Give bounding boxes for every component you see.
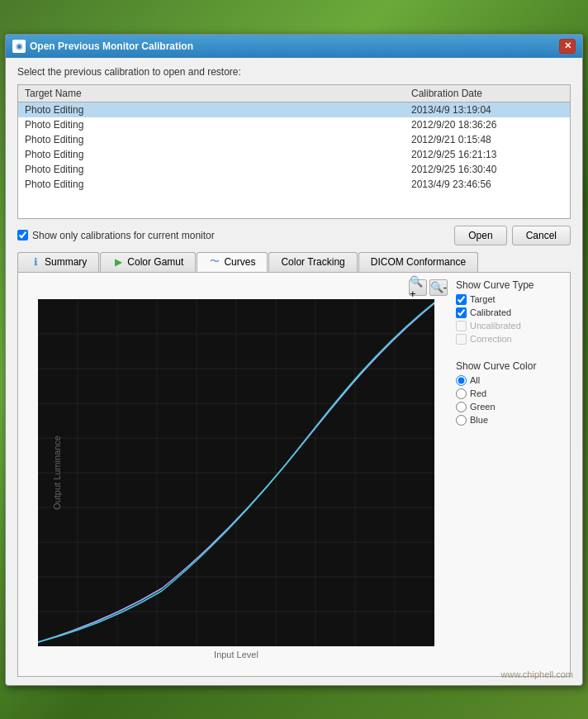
- color-all: All: [456, 375, 563, 386]
- color-blue-radio[interactable]: [456, 415, 467, 426]
- calibration-table: Target Name Calibration Date Photo Editi…: [17, 84, 571, 219]
- calibrated-label: Calibrated: [470, 307, 511, 317]
- cell-name: Photo Editing: [18, 132, 405, 147]
- y-axis-label: Output Luminance: [52, 436, 62, 510]
- open-button[interactable]: Open: [454, 226, 506, 245]
- cell-date: 2013/4/9 23:46:56: [405, 177, 570, 192]
- curve-type-section: Show Curve Type Target Calibrated Uncali…: [456, 279, 563, 347]
- cell-date: 2012/9/25 16:30:40: [405, 162, 570, 177]
- table-row[interactable]: Photo Editing 2012/9/25 16:30:40: [18, 162, 570, 177]
- target-label: Target: [470, 294, 496, 304]
- cell-name: Photo Editing: [18, 162, 405, 177]
- tab-curves[interactable]: 〜 Curves: [197, 252, 268, 272]
- window-icon: ◉: [12, 40, 26, 53]
- curve-color-section: Show Curve Color All Red Green: [456, 360, 563, 428]
- right-panel: Show Curve Type Target Calibrated Uncali…: [456, 279, 563, 669]
- col-header-name: Target Name: [18, 85, 405, 102]
- show-only-checkbox[interactable]: [17, 230, 28, 240]
- triangle-icon: ▶: [112, 256, 124, 268]
- tab-color-tracking[interactable]: Color Tracking: [268, 252, 357, 272]
- cell-name: Photo Editing: [18, 177, 405, 192]
- color-green: Green: [456, 402, 563, 412]
- color-green-label: Green: [470, 402, 496, 412]
- color-blue: Blue: [456, 415, 563, 426]
- instruction-text: Select the previous calibration to open …: [17, 66, 571, 78]
- cell-date: 2013/4/9 13:19:04: [405, 102, 570, 117]
- cell-date: 2012/9/25 16:21:13: [405, 147, 570, 162]
- color-all-label: All: [470, 375, 480, 385]
- curve-icon: 〜: [209, 256, 220, 268]
- uncalibrated-checkbox[interactable]: [456, 321, 467, 331]
- curve-chart: Output Luminance: [38, 299, 434, 646]
- table-body: Photo Editing 2013/4/9 13:19:04 Photo Ed…: [18, 102, 570, 218]
- dialog-window: ◉ Open Previous Monitor Calibration ✕ Se…: [5, 34, 583, 686]
- color-blue-label: Blue: [470, 415, 488, 425]
- cell-name: Photo Editing: [18, 147, 405, 162]
- tab-summary[interactable]: ℹ Summary: [17, 252, 99, 272]
- color-red-radio[interactable]: [456, 388, 467, 399]
- info-icon: ℹ: [30, 256, 41, 268]
- cell-name: Photo Editing: [18, 117, 405, 132]
- cell-date: 2012/9/21 0:15:48: [405, 132, 570, 147]
- title-bar: ◉ Open Previous Monitor Calibration ✕: [6, 35, 582, 58]
- curve-type-correction: Correction: [456, 334, 563, 345]
- col-header-date: Calibration Date: [405, 85, 570, 102]
- correction-label: Correction: [470, 334, 512, 344]
- table-header: Target Name Calibration Date: [18, 85, 570, 102]
- curve-color-title: Show Curve Color: [456, 360, 563, 372]
- tab-bar: ℹ Summary ▶ Color Gamut 〜 Curves Color T…: [17, 252, 571, 272]
- show-only-label: Show only calibrations for current monit…: [32, 230, 215, 241]
- curve-type-target: Target: [456, 294, 563, 305]
- table-row[interactable]: Photo Editing 2012/9/20 18:36:26: [18, 117, 570, 132]
- x-axis-label: Input Level: [214, 650, 258, 659]
- cancel-button[interactable]: Cancel: [512, 226, 571, 245]
- curve-type-calibrated: Calibrated: [456, 307, 563, 318]
- tab-dicom[interactable]: DICOM Conformance: [358, 252, 478, 272]
- uncalibrated-label: Uncalibrated: [470, 321, 521, 331]
- color-all-radio[interactable]: [456, 375, 467, 386]
- curve-type-title: Show Curve Type: [456, 279, 563, 291]
- zoom-in-button[interactable]: 🔍+: [409, 279, 427, 296]
- color-red-label: Red: [470, 388, 486, 398]
- table-row[interactable]: Photo Editing 2013/4/9 13:19:04: [18, 102, 570, 117]
- close-button[interactable]: ✕: [559, 39, 576, 54]
- tab-color-gamut[interactable]: ▶ Color Gamut: [100, 252, 196, 272]
- correction-checkbox[interactable]: [456, 334, 467, 345]
- table-row[interactable]: Photo Editing 2012/9/25 16:21:13: [18, 147, 570, 162]
- watermark: www.chiphell.com: [501, 669, 573, 679]
- target-checkbox[interactable]: [456, 294, 467, 305]
- color-red: Red: [456, 388, 563, 399]
- tab-content-curves: 🔍+ 🔍- Output Luminance: [17, 272, 571, 677]
- chart-wrapper: 🔍+ 🔍- Output Luminance: [25, 279, 448, 669]
- window-title: Open Previous Monitor Calibration: [30, 40, 193, 52]
- cell-date: 2012/9/20 18:36:26: [405, 117, 570, 132]
- calibrated-checkbox[interactable]: [456, 307, 467, 318]
- table-row[interactable]: Photo Editing 2013/4/9 23:46:56: [18, 177, 570, 192]
- zoom-out-button[interactable]: 🔍-: [429, 279, 448, 296]
- table-row[interactable]: Photo Editing 2012/9/21 0:15:48: [18, 132, 570, 147]
- curve-type-uncalibrated: Uncalibrated: [456, 321, 563, 331]
- cell-name: Photo Editing: [18, 102, 405, 117]
- color-green-radio[interactable]: [456, 402, 467, 412]
